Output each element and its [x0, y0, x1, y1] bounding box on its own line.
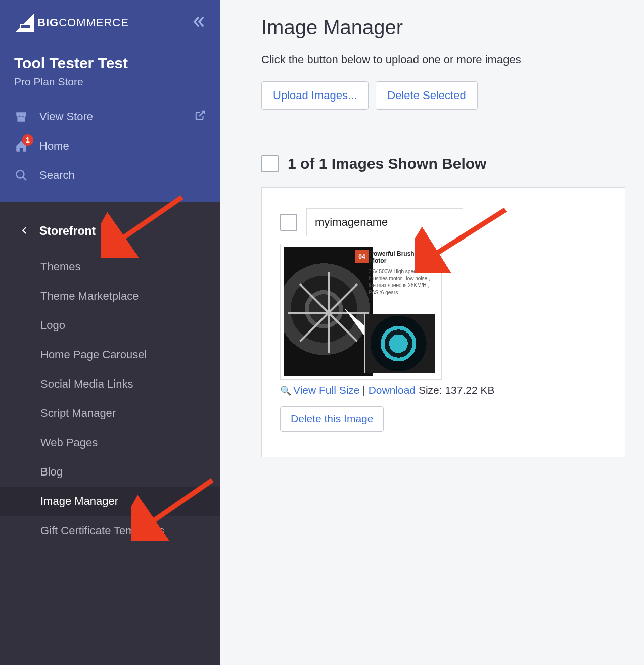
subnav-item-script-manager[interactable]: Script Manager [0, 399, 220, 428]
svg-rect-1 [20, 24, 30, 29]
image-checkbox[interactable] [280, 214, 297, 231]
callout-number: 04 [355, 250, 369, 263]
nav-view-store-label: View Store [39, 110, 93, 123]
subnav-list: ThemesTheme MarketplaceLogoHome Page Car… [0, 252, 220, 545]
subnav-item-gift-certificate-templates[interactable]: Gift Certificate Templates [0, 516, 220, 545]
size-label: Size: [419, 384, 442, 396]
collapse-sidebar-icon[interactable] [192, 15, 206, 31]
subnav-item-logo[interactable]: Logo [0, 311, 220, 340]
nav-search[interactable]: Search [14, 161, 206, 190]
store-plan: Pro Plan Store [14, 76, 206, 88]
download-link[interactable]: Download [369, 384, 416, 396]
logo-row: BIGCOMMERCE [14, 12, 206, 33]
page-description: Click the button below to upload one or … [261, 53, 644, 66]
sidebar-top: BIGCOMMERCE Tool Tester Test Pro Plan St… [0, 0, 220, 202]
storefront-icon [14, 110, 28, 123]
subnav-item-themes[interactable]: Themes [0, 252, 220, 281]
delete-image-button[interactable]: Delete this Image [280, 406, 384, 432]
delete-selected-button[interactable]: Delete Selected [376, 81, 477, 110]
subnav-item-blog[interactable]: Blog [0, 457, 220, 487]
subnav-item-web-pages[interactable]: Web Pages [0, 428, 220, 457]
images-heading: 1 of 1 Images Shown Below [288, 155, 486, 172]
images-heading-row: 1 of 1 Images Shown Below [261, 155, 644, 172]
subnav-item-social-media-links[interactable]: Social Media Links [0, 369, 220, 399]
store-name: Tool Tester Test [14, 55, 206, 72]
upload-images-button[interactable]: Upload Images... [261, 81, 369, 110]
subnav-item-image-manager[interactable]: Image Manager [0, 487, 220, 516]
subnav-item-home-page-carousel[interactable]: Home Page Carousel [0, 340, 220, 369]
nav-home-label: Home [39, 139, 69, 153]
svg-marker-0 [15, 13, 34, 32]
size-value: 137.22 KB [445, 384, 494, 396]
external-link-icon [195, 110, 206, 124]
select-all-checkbox[interactable] [261, 155, 279, 172]
section-header-storefront[interactable]: Storefront [0, 216, 220, 252]
view-full-size-link[interactable]: View Full Size [293, 384, 360, 396]
main-content: Image Manager Click the button below to … [220, 0, 644, 665]
sidebar: BIGCOMMERCE Tool Tester Test Pro Plan St… [0, 0, 220, 665]
search-icon [14, 169, 28, 182]
svg-line-6 [23, 177, 26, 180]
callout-body: 36V 500W High speed brushles motor , low… [369, 268, 434, 296]
logo-mark-icon [14, 12, 35, 33]
thumbnail-inset [364, 314, 435, 373]
thumbnail-graphic: 04 Powerful Brushless Motor 36V 500W Hig… [284, 247, 438, 376]
callout-title: Powerful Brushless Motor [370, 250, 434, 264]
section-title: Storefront [39, 224, 96, 238]
nav-home[interactable]: 1 Home [14, 131, 206, 161]
brand-text: BIGCOMMERCE [37, 16, 129, 29]
image-card: 04 Powerful Brushless Motor 36V 500W Hig… [261, 187, 625, 457]
card-top-row [280, 208, 607, 236]
zoom-icon: 🔍 [280, 386, 291, 396]
image-thumbnail[interactable]: 04 Powerful Brushless Motor 36V 500W Hig… [280, 244, 442, 380]
subnav-item-theme-marketplace[interactable]: Theme Marketplace [0, 281, 220, 311]
action-button-row: Upload Images... Delete Selected [261, 81, 644, 110]
image-name-input[interactable] [306, 208, 463, 236]
svg-line-4 [199, 111, 204, 116]
chevron-left-icon [20, 224, 29, 238]
nav-view-store[interactable]: View Store [14, 102, 206, 131]
svg-point-5 [16, 170, 24, 178]
image-meta-row: 🔍View Full Size | Download Size: 137.22 … [280, 384, 607, 396]
brand-logo[interactable]: BIGCOMMERCE [14, 12, 129, 33]
sidebar-subsection: Storefront ThemesTheme MarketplaceLogoHo… [0, 202, 220, 665]
page-title: Image Manager [261, 16, 644, 39]
nav-search-label: Search [39, 169, 75, 182]
svg-rect-3 [17, 117, 25, 122]
home-badge: 1 [22, 134, 33, 146]
